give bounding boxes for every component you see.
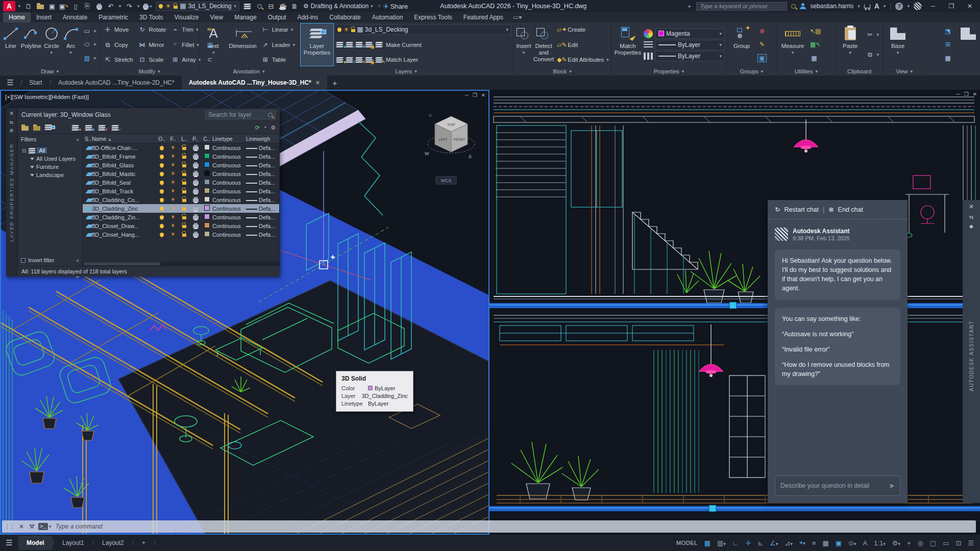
snap-icon[interactable]: ▥▾: [717, 539, 726, 547]
panel-label-annotation[interactable]: Annotation▾: [199, 67, 299, 76]
workspace-switcher[interactable]: ⚙ Drafting & Annotation ▾: [301, 3, 375, 10]
tab-view[interactable]: View: [204, 12, 229, 22]
layer-row[interactable]: 3D_Closet_Draw... ☀ Continuous Defa...: [83, 221, 279, 230]
plot-icon[interactable]: [94, 1, 104, 11]
workspace-gear-icon[interactable]: ⚙▾: [892, 539, 900, 547]
invert-filter-checkbox[interactable]: [21, 258, 26, 263]
group-selection-toggle[interactable]: ▣: [756, 53, 768, 63]
command-prompt-icon[interactable]: >_: [38, 523, 48, 530]
help-dropdown-icon[interactable]: ▾: [907, 4, 910, 9]
store-cart-icon[interactable]: [864, 4, 870, 8]
linetype-icon[interactable]: [644, 53, 653, 60]
annotation-monitor-icon[interactable]: +: [907, 539, 911, 547]
open-file-icon[interactable]: [35, 1, 45, 11]
measure-button[interactable]: Measure▾: [778, 23, 807, 66]
palette-properties-icon[interactable]: ⚙: [9, 128, 13, 133]
qat-customize-icon[interactable]: ▿: [377, 1, 382, 11]
copy-clip-button[interactable]: ⧉▾: [864, 49, 881, 60]
layer-row[interactable]: 3D_Cladding_Co... ☀ Continuous Defa...: [83, 195, 279, 204]
sheet-set-icon[interactable]: 🗎: [289, 1, 300, 11]
filter-all[interactable]: ⊟All: [22, 146, 81, 155]
search-collapse-icon[interactable]: ▸: [687, 1, 692, 11]
viewport-controls-label[interactable]: [+][SW Isometric][Hidden (Fast)]: [5, 94, 89, 100]
transparency-icon[interactable]: ▩: [822, 539, 828, 547]
ungroup-button[interactable]: ⊗: [756, 26, 768, 36]
group-button[interactable]: ✦ Group: [728, 23, 755, 66]
model-tab[interactable]: Model: [18, 536, 53, 550]
layer-row[interactable]: 3D_Bifold_Track ☀ Continuous Defa...: [83, 187, 279, 195]
leader-button[interactable]: ↗Leader▾: [259, 40, 297, 50]
new-property-filter-icon[interactable]: [21, 126, 29, 131]
rectangle-button[interactable]: ▭▾: [81, 26, 98, 36]
layer-row[interactable]: 3D_Bifold_Seal ☀ Continuous Defa...: [83, 178, 279, 187]
edit-block-button[interactable]: ▱✎Edit: [555, 40, 611, 50]
polar-tracking-icon[interactable]: ∠▾: [770, 539, 778, 547]
filter-furniture[interactable]: Furniture: [30, 163, 81, 171]
polyline-button[interactable]: Polyline: [21, 23, 41, 66]
panel-label-groups[interactable]: Groups▾: [727, 67, 776, 76]
tab-manage[interactable]: Manage: [229, 12, 262, 22]
scale-button[interactable]: ⊡Scale: [136, 55, 168, 65]
pause-icon[interactable]: ▪: [264, 124, 266, 131]
horizontal-scrollbar[interactable]: [83, 262, 279, 266]
open-from-web-icon[interactable]: ▯: [70, 1, 81, 11]
tab-automation[interactable]: Automation: [366, 12, 409, 22]
qat-layer-dropdown-icon[interactable]: ▾: [234, 4, 237, 9]
paste-button[interactable]: Paste▾: [838, 23, 863, 66]
win-close-icon[interactable]: ✕: [973, 91, 977, 97]
tab-parametric[interactable]: Parametric: [93, 12, 134, 22]
suggestion-1[interactable]: “Autosave is not working”: [782, 330, 893, 339]
annotation-visibility-icon[interactable]: A: [863, 539, 867, 547]
trim-button[interactable]: ⌁Trim▾: [169, 24, 203, 35]
collapse-filters-icon[interactable]: «: [76, 136, 79, 142]
close-button[interactable]: ✕: [963, 3, 977, 10]
match-properties-button[interactable]: Match Properties: [613, 23, 643, 66]
move-button[interactable]: ✛Move: [102, 24, 135, 35]
refresh-icon[interactable]: ⟳: [255, 124, 260, 131]
autodesk-a-icon[interactable]: A: [874, 2, 879, 10]
autocad-logo[interactable]: A: [3, 1, 15, 11]
tab-annotate[interactable]: Annotate: [57, 12, 93, 22]
delete-layer-icon[interactable]: ✗: [99, 125, 106, 131]
palette-close-icon[interactable]: ✕: [9, 110, 14, 117]
overflow-tool-2[interactable]: ⊞: [942, 39, 954, 49]
share-button[interactable]: ✈ Share: [383, 1, 408, 11]
panel-label-block[interactable]: Block▾: [513, 67, 611, 76]
new-group-filter-icon[interactable]: [33, 126, 40, 131]
quick-select-button[interactable]: ▩↖: [808, 39, 820, 49]
win-minimize-icon[interactable]: ─: [957, 91, 960, 97]
match-layer-button[interactable]: ● ↗ ☀ 🔓 ✎ Match Layer: [334, 55, 511, 65]
send-icon[interactable]: ➤: [889, 482, 895, 490]
object-color-dropdown[interactable]: Magenta ▾: [655, 29, 725, 39]
tab-drawing-2d[interactable]: Autodesk AutoCAD ...Tiny_House-2D_HC*: [51, 76, 182, 90]
ribbon-display-toggle-icon[interactable]: ▭▾: [509, 12, 526, 22]
layout1-tab[interactable]: Layout1: [54, 536, 92, 550]
tab-output[interactable]: Output: [262, 12, 292, 22]
panel-label-view[interactable]: View▾: [883, 67, 925, 76]
user-dropdown-icon[interactable]: ▾: [857, 4, 860, 9]
customize-wrench-icon[interactable]: ⚒: [27, 523, 37, 530]
ellipse-button[interactable]: ⬭▾: [81, 39, 98, 49]
panel-label-layers[interactable]: Layers▾: [299, 67, 513, 76]
wcs-badge[interactable]: WCS: [436, 177, 456, 184]
save-to-web-icon[interactable]: ⎘: [82, 1, 92, 11]
layer-search-icon[interactable]: [254, 1, 264, 11]
linear-button[interactable]: ⊢Linear▾: [259, 24, 297, 35]
id-point-button[interactable]: ↖▤: [808, 26, 820, 36]
end-chat-icon[interactable]: ⊗: [828, 206, 834, 213]
display-settings-icon[interactable]: ⊟: [266, 1, 276, 11]
restore-button[interactable]: ❐: [944, 3, 959, 10]
copy-button[interactable]: ⧉Copy: [102, 40, 135, 50]
overflow-big-tool[interactable]: [958, 23, 978, 66]
invert-filter-toggle[interactable]: Invert filter «: [18, 255, 82, 266]
line-button[interactable]: Line: [2, 23, 20, 66]
object-snap-tracking-icon[interactable]: ⌖▾: [799, 539, 805, 547]
layer-list-header[interactable]: S.. Name ▲ O.. F.. L.. P.. C.. Linetype …: [83, 134, 279, 143]
panel-label-utilities[interactable]: Utilities▾: [777, 67, 836, 76]
undo-icon[interactable]: ↶: [106, 1, 116, 11]
dynamic-input-icon[interactable]: ✛: [746, 539, 751, 547]
lineweight-icon[interactable]: [644, 41, 653, 48]
tab-insert[interactable]: Insert: [31, 12, 57, 22]
create-block-button[interactable]: ▱✦Create: [555, 24, 611, 35]
win-close-icon[interactable]: ✕: [481, 92, 485, 98]
